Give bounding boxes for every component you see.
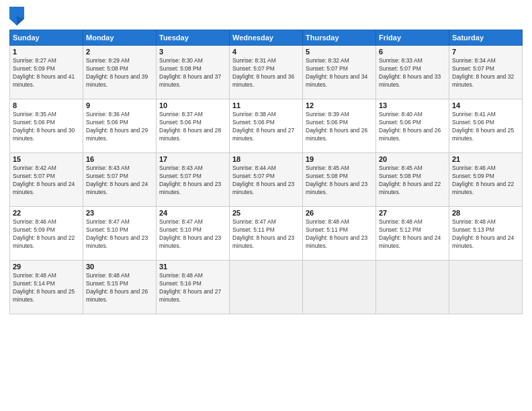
day-info: Sunrise: 8:40 AMSunset: 5:06 PMDaylight:… xyxy=(379,111,446,143)
day-number: 23 xyxy=(86,209,153,217)
day-info: Sunrise: 8:32 AMSunset: 5:07 PMDaylight:… xyxy=(306,57,373,89)
calendar-cell: 4Sunrise: 8:31 AMSunset: 5:07 PMDaylight… xyxy=(230,46,303,99)
calendar-cell: 2Sunrise: 8:29 AMSunset: 5:08 PMDaylight… xyxy=(83,46,157,99)
day-info: Sunrise: 8:36 AMSunset: 5:06 PMDaylight:… xyxy=(86,111,153,143)
day-number: 16 xyxy=(86,155,153,163)
day-info: Sunrise: 8:48 AMSunset: 5:13 PMDaylight:… xyxy=(452,218,519,250)
header xyxy=(9,7,523,26)
calendar-week-5: 29Sunrise: 8:48 AMSunset: 5:14 PMDayligh… xyxy=(10,261,523,314)
calendar-cell: 15Sunrise: 8:42 AMSunset: 5:07 PMDayligh… xyxy=(10,153,83,207)
day-number: 2 xyxy=(86,48,153,56)
day-number: 6 xyxy=(379,48,446,56)
calendar-cell: 1Sunrise: 8:27 AMSunset: 5:09 PMDaylight… xyxy=(10,46,83,99)
day-number: 28 xyxy=(452,209,519,217)
page-container: SundayMondayTuesdayWednesdayThursdayFrid… xyxy=(0,0,532,320)
calendar-cell: 10Sunrise: 8:37 AMSunset: 5:06 PMDayligh… xyxy=(157,99,230,153)
day-number: 13 xyxy=(379,101,446,109)
day-number: 11 xyxy=(232,101,300,109)
day-number: 17 xyxy=(159,155,226,163)
calendar-cell xyxy=(449,261,523,314)
day-info: Sunrise: 8:46 AMSunset: 5:09 PMDaylight:… xyxy=(452,165,519,197)
logo-icon xyxy=(9,7,24,26)
day-info: Sunrise: 8:35 AMSunset: 5:06 PMDaylight:… xyxy=(13,111,80,143)
weekday-header-saturday: Saturday xyxy=(449,30,523,46)
calendar-cell: 20Sunrise: 8:45 AMSunset: 5:08 PMDayligh… xyxy=(376,153,449,207)
day-info: Sunrise: 8:31 AMSunset: 5:07 PMDaylight:… xyxy=(232,57,300,89)
day-info: Sunrise: 8:45 AMSunset: 5:08 PMDaylight:… xyxy=(379,165,446,197)
day-info: Sunrise: 8:47 AMSunset: 5:11 PMDaylight:… xyxy=(232,218,300,250)
calendar-cell: 12Sunrise: 8:39 AMSunset: 5:06 PMDayligh… xyxy=(303,99,376,153)
day-info: Sunrise: 8:48 AMSunset: 5:12 PMDaylight:… xyxy=(379,218,446,250)
day-number: 20 xyxy=(379,155,446,163)
calendar-cell: 18Sunrise: 8:44 AMSunset: 5:07 PMDayligh… xyxy=(230,153,303,207)
day-info: Sunrise: 8:43 AMSunset: 5:07 PMDaylight:… xyxy=(159,165,226,197)
day-info: Sunrise: 8:47 AMSunset: 5:10 PMDaylight:… xyxy=(86,218,153,250)
day-info: Sunrise: 8:43 AMSunset: 5:07 PMDaylight:… xyxy=(86,165,153,197)
day-number: 4 xyxy=(232,48,300,56)
day-info: Sunrise: 8:27 AMSunset: 5:09 PMDaylight:… xyxy=(13,57,80,89)
day-number: 9 xyxy=(86,101,153,109)
day-number: 31 xyxy=(159,263,226,271)
day-info: Sunrise: 8:29 AMSunset: 5:08 PMDaylight:… xyxy=(86,57,153,89)
day-number: 26 xyxy=(306,209,373,217)
day-number: 7 xyxy=(452,48,519,56)
weekday-header-thursday: Thursday xyxy=(303,30,376,46)
calendar-cell: 5Sunrise: 8:32 AMSunset: 5:07 PMDaylight… xyxy=(303,46,376,99)
day-info: Sunrise: 8:48 AMSunset: 5:11 PMDaylight:… xyxy=(306,218,373,250)
day-number: 19 xyxy=(306,155,373,163)
day-info: Sunrise: 8:44 AMSunset: 5:07 PMDaylight:… xyxy=(232,165,300,197)
calendar-cell: 8Sunrise: 8:35 AMSunset: 5:06 PMDaylight… xyxy=(10,99,83,153)
logo xyxy=(9,7,27,26)
day-number: 1 xyxy=(13,48,80,56)
day-info: Sunrise: 8:45 AMSunset: 5:08 PMDaylight:… xyxy=(306,165,373,197)
day-number: 21 xyxy=(452,155,519,163)
day-number: 10 xyxy=(159,101,226,109)
calendar-cell: 16Sunrise: 8:43 AMSunset: 5:07 PMDayligh… xyxy=(83,153,157,207)
day-info: Sunrise: 8:41 AMSunset: 5:06 PMDaylight:… xyxy=(452,111,519,143)
weekday-header-sunday: Sunday xyxy=(10,30,83,46)
calendar-cell xyxy=(303,261,376,314)
calendar-cell: 7Sunrise: 8:34 AMSunset: 5:07 PMDaylight… xyxy=(449,46,523,99)
calendar-cell: 27Sunrise: 8:48 AMSunset: 5:12 PMDayligh… xyxy=(376,207,449,261)
calendar-body: 1Sunrise: 8:27 AMSunset: 5:09 PMDaylight… xyxy=(10,46,523,314)
day-info: Sunrise: 8:37 AMSunset: 5:06 PMDaylight:… xyxy=(159,111,226,143)
day-number: 12 xyxy=(306,101,373,109)
day-info: Sunrise: 8:33 AMSunset: 5:07 PMDaylight:… xyxy=(379,57,446,89)
day-number: 24 xyxy=(159,209,226,217)
day-info: Sunrise: 8:48 AMSunset: 5:14 PMDaylight:… xyxy=(13,272,80,304)
calendar-header: SundayMondayTuesdayWednesdayThursdayFrid… xyxy=(10,30,523,46)
day-info: Sunrise: 8:38 AMSunset: 5:06 PMDaylight:… xyxy=(232,111,300,143)
day-info: Sunrise: 8:48 AMSunset: 5:16 PMDaylight:… xyxy=(159,272,226,304)
calendar-week-1: 1Sunrise: 8:27 AMSunset: 5:09 PMDaylight… xyxy=(10,46,523,99)
day-number: 22 xyxy=(13,209,80,217)
day-info: Sunrise: 8:46 AMSunset: 5:09 PMDaylight:… xyxy=(13,218,80,250)
calendar-cell: 6Sunrise: 8:33 AMSunset: 5:07 PMDaylight… xyxy=(376,46,449,99)
weekday-header-wednesday: Wednesday xyxy=(230,30,303,46)
day-number: 18 xyxy=(232,155,300,163)
calendar-cell: 11Sunrise: 8:38 AMSunset: 5:06 PMDayligh… xyxy=(230,99,303,153)
day-number: 29 xyxy=(13,263,80,271)
day-number: 5 xyxy=(306,48,373,56)
day-info: Sunrise: 8:47 AMSunset: 5:10 PMDaylight:… xyxy=(159,218,226,250)
day-number: 25 xyxy=(232,209,300,217)
calendar-cell: 23Sunrise: 8:47 AMSunset: 5:10 PMDayligh… xyxy=(83,207,157,261)
day-number: 8 xyxy=(13,101,80,109)
calendar-cell: 22Sunrise: 8:46 AMSunset: 5:09 PMDayligh… xyxy=(10,207,83,261)
day-number: 27 xyxy=(379,209,446,217)
calendar-week-4: 22Sunrise: 8:46 AMSunset: 5:09 PMDayligh… xyxy=(10,207,523,261)
day-number: 15 xyxy=(13,155,80,163)
calendar-cell: 29Sunrise: 8:48 AMSunset: 5:14 PMDayligh… xyxy=(10,261,83,314)
calendar-cell: 26Sunrise: 8:48 AMSunset: 5:11 PMDayligh… xyxy=(303,207,376,261)
calendar-cell: 28Sunrise: 8:48 AMSunset: 5:13 PMDayligh… xyxy=(449,207,523,261)
weekday-header-row: SundayMondayTuesdayWednesdayThursdayFrid… xyxy=(10,30,523,46)
day-number: 3 xyxy=(159,48,226,56)
calendar-cell: 9Sunrise: 8:36 AMSunset: 5:06 PMDaylight… xyxy=(83,99,157,153)
weekday-header-friday: Friday xyxy=(376,30,449,46)
calendar-cell: 17Sunrise: 8:43 AMSunset: 5:07 PMDayligh… xyxy=(157,153,230,207)
calendar-cell: 24Sunrise: 8:47 AMSunset: 5:10 PMDayligh… xyxy=(157,207,230,261)
calendar: SundayMondayTuesdayWednesdayThursdayFrid… xyxy=(9,30,523,314)
weekday-header-monday: Monday xyxy=(83,30,157,46)
calendar-cell: 25Sunrise: 8:47 AMSunset: 5:11 PMDayligh… xyxy=(230,207,303,261)
day-info: Sunrise: 8:42 AMSunset: 5:07 PMDaylight:… xyxy=(13,165,80,197)
calendar-cell: 19Sunrise: 8:45 AMSunset: 5:08 PMDayligh… xyxy=(303,153,376,207)
